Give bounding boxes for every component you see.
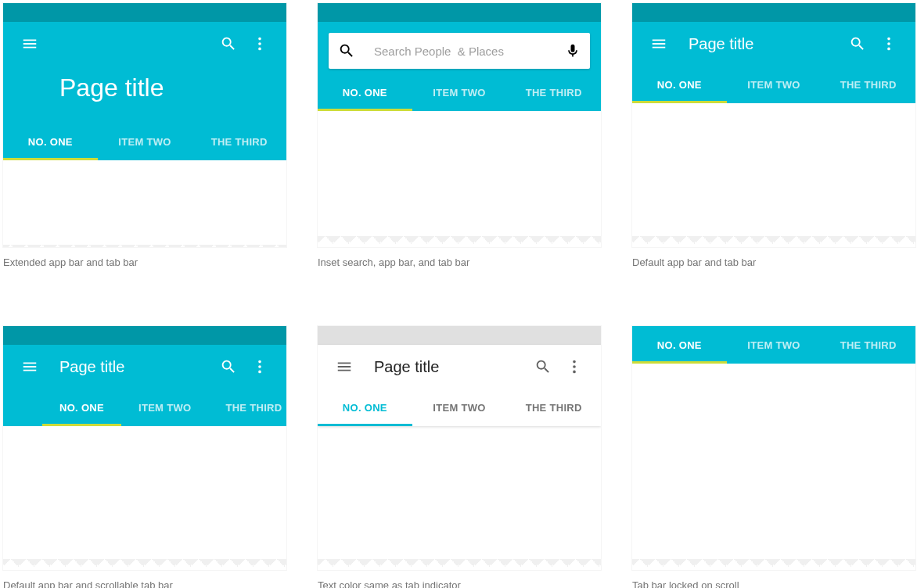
tab-two[interactable]: ITEM TWO xyxy=(412,389,507,426)
search-icon[interactable] xyxy=(842,28,873,59)
tab-two[interactable]: ITEM TWO xyxy=(412,74,507,111)
search-input[interactable] xyxy=(374,45,565,58)
mic-icon[interactable] xyxy=(565,43,581,59)
tab-bar: NO. ONE ITEM TWO THE THIRD xyxy=(632,66,915,103)
example-caption: Default app bar and scrollable tab bar xyxy=(3,579,286,588)
page-title: Page title xyxy=(374,358,527,376)
status-bar xyxy=(3,3,286,22)
tab-one[interactable]: NO. ONE xyxy=(42,389,121,426)
tab-one[interactable]: NO. ONE xyxy=(318,389,412,426)
more-icon[interactable] xyxy=(244,351,275,382)
torn-edge xyxy=(3,559,286,570)
page-title: Page title xyxy=(59,358,213,376)
tab-three[interactable]: THE THIRD xyxy=(208,389,286,426)
status-bar xyxy=(318,3,601,22)
status-bar xyxy=(3,326,286,345)
page-title: Page title xyxy=(689,35,842,53)
tab-three[interactable]: THE THIRD xyxy=(506,74,601,111)
more-icon[interactable] xyxy=(559,351,590,382)
example-caption: Default app bar and tab bar xyxy=(632,256,915,268)
example-caption: Extended app bar and tab bar xyxy=(3,256,286,268)
torn-edge xyxy=(318,236,601,247)
tab-three[interactable]: THE THIRD xyxy=(506,389,601,426)
tab-bar: NO. ONE ITEM TWO THE THIRD xyxy=(3,123,286,160)
status-bar xyxy=(632,3,915,22)
content-area xyxy=(632,103,915,236)
content-area xyxy=(318,111,601,236)
menu-icon[interactable] xyxy=(329,351,360,382)
torn-edge xyxy=(318,559,601,570)
example-caption: Tab bar locked on scroll xyxy=(632,579,915,588)
tab-three[interactable]: THE THIRD xyxy=(821,326,915,364)
tab-two[interactable]: ITEM TWO xyxy=(727,326,822,364)
tab-three[interactable]: THE THIRD xyxy=(821,66,915,103)
tab-bar: NO. ONE ITEM TWO THE THIRD xyxy=(318,389,601,426)
content-area xyxy=(3,426,286,559)
torn-edge xyxy=(3,245,286,247)
torn-edge xyxy=(632,236,915,247)
tab-bar: NO. ONE ITEM TWO THE THIRD xyxy=(318,74,601,111)
torn-edge xyxy=(632,559,915,570)
example-caption: Text color same as tab indicator xyxy=(318,579,601,588)
more-icon[interactable] xyxy=(244,28,275,59)
content-area xyxy=(3,160,286,245)
tab-two[interactable]: ITEM TWO xyxy=(727,66,822,103)
content-area xyxy=(632,364,915,559)
search-icon[interactable] xyxy=(527,351,559,382)
menu-icon[interactable] xyxy=(14,28,45,59)
example-caption: Inset search, app bar, and tab bar xyxy=(318,256,601,268)
tab-two[interactable]: ITEM TWO xyxy=(121,389,208,426)
tab-one[interactable]: NO. ONE xyxy=(318,74,412,111)
status-bar xyxy=(318,326,601,345)
search-icon[interactable] xyxy=(213,351,244,382)
search-icon xyxy=(338,42,355,59)
tab-three[interactable]: THE THIRD xyxy=(192,123,286,160)
tab-one[interactable]: NO. ONE xyxy=(632,66,727,103)
tab-bar: NO. ONE ITEM TWO THE THIRD xyxy=(632,326,915,364)
content-area xyxy=(318,426,601,559)
more-icon[interactable] xyxy=(873,28,904,59)
menu-icon[interactable] xyxy=(643,28,674,59)
page-title: Page title xyxy=(3,66,286,123)
tab-bar[interactable]: NO. ONE ITEM TWO THE THIRD xyxy=(3,389,286,426)
tab-two[interactable]: ITEM TWO xyxy=(98,123,192,160)
search-icon[interactable] xyxy=(213,28,244,59)
menu-icon[interactable] xyxy=(14,351,45,382)
search-box[interactable] xyxy=(329,33,590,69)
tab-one[interactable]: NO. ONE xyxy=(3,123,98,160)
tab-one[interactable]: NO. ONE xyxy=(632,326,727,364)
